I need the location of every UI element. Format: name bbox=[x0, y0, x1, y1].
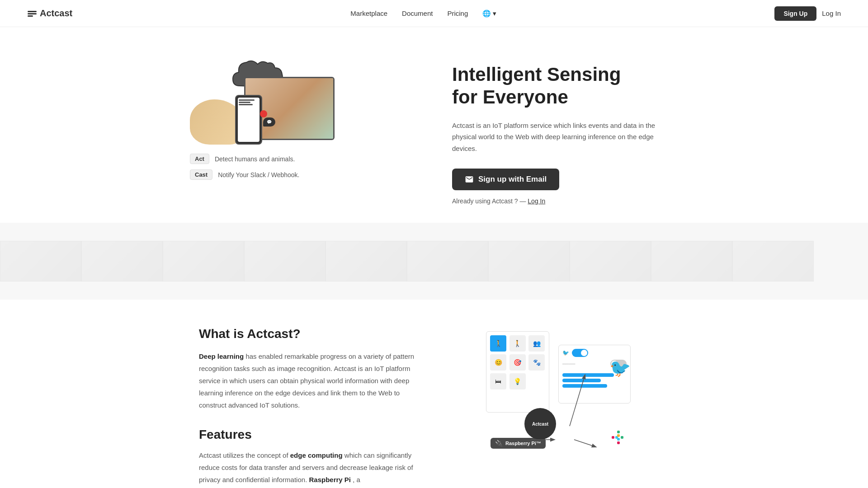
iot-icon-person: 🚶 bbox=[490, 335, 506, 352]
header: Actcast Marketplace Document Pricing 🌐 ▾… bbox=[0, 0, 868, 27]
raspberry-pi-bold: Raspberry Pi bbox=[309, 476, 351, 483]
features-body: Actcast utilizes the concept of edge com… bbox=[199, 449, 420, 486]
nav-marketplace[interactable]: Marketplace bbox=[350, 9, 387, 17]
header-login-button[interactable]: Log In bbox=[822, 9, 841, 17]
iot-icons-grid: 🚶 🚶 👥 😊 🎯 🐾 🛏 💡 bbox=[490, 335, 545, 389]
what-title: What is Actcast? bbox=[199, 327, 420, 341]
deep-learning-bold: Deep learning bbox=[199, 352, 244, 360]
twitter-bird-icon: 🐦 bbox=[609, 358, 631, 378]
hero-login-link[interactable]: Log In bbox=[528, 197, 545, 205]
svg-rect-0 bbox=[28, 11, 37, 12]
bg-grid-item bbox=[244, 241, 326, 282]
already-using-text: Already using Actcast ? — Log In bbox=[452, 197, 678, 205]
logo-text: Actcast bbox=[40, 8, 72, 19]
signup-email-label: Sign up with Email bbox=[478, 175, 547, 184]
slack-icon bbox=[611, 430, 626, 449]
pi-icon: 🔌 bbox=[495, 440, 503, 447]
twitter-label: 🐦 bbox=[562, 350, 569, 356]
what-text: What is Actcast? Deep learning has enabl… bbox=[199, 327, 420, 486]
svg-rect-9 bbox=[617, 441, 620, 444]
iot-control-row-1: 🐦 bbox=[562, 349, 627, 357]
phone-illustration bbox=[235, 95, 262, 145]
iot-icon-bed: 🛏 bbox=[490, 373, 506, 389]
hero-right: Intelligent Sensing for Everyone Actcast… bbox=[452, 54, 678, 205]
svg-rect-1 bbox=[28, 13, 37, 14]
svg-rect-6 bbox=[617, 431, 620, 433]
logo[interactable]: Actcast bbox=[27, 8, 72, 19]
pi-text: Raspberry Pi™ bbox=[505, 441, 541, 446]
svg-rect-7 bbox=[617, 434, 620, 437]
act-badge: Act bbox=[190, 154, 209, 164]
cast-badge: Cast bbox=[190, 169, 212, 180]
iot-toggle-1[interactable] bbox=[572, 349, 588, 357]
notification-dot bbox=[260, 110, 267, 117]
email-icon bbox=[465, 175, 474, 184]
svg-rect-2 bbox=[28, 15, 33, 17]
what-section: What is Actcast? Deep learning has enabl… bbox=[163, 300, 705, 488]
iot-icon-group: 👥 bbox=[528, 335, 545, 352]
bg-grid-item bbox=[0, 241, 81, 282]
iot-row-label-2: ──── bbox=[562, 361, 608, 366]
nav-document[interactable]: Document bbox=[402, 9, 433, 17]
signup-email-button[interactable]: Sign up with Email bbox=[452, 169, 559, 190]
header-signup-button[interactable]: Sign Up bbox=[774, 6, 816, 21]
hero-tags: Act Detect humans and animals. Cast Noti… bbox=[190, 154, 416, 180]
iot-bar-3 bbox=[562, 384, 607, 388]
bg-grid-item bbox=[488, 241, 570, 282]
cast-text: Notify Your Slack / Webhook. bbox=[218, 171, 299, 178]
hero-description: Actcast is an IoT platform service which… bbox=[452, 120, 678, 155]
bg-grid-item bbox=[163, 241, 244, 282]
hero-title: Intelligent Sensing for Everyone bbox=[452, 63, 678, 109]
globe-icon: 🌐 bbox=[482, 9, 491, 18]
header-actions: Sign Up Log In bbox=[774, 6, 841, 21]
phone-screen bbox=[238, 98, 259, 142]
hero-illustration: 💬 bbox=[190, 54, 335, 145]
iot-icon-paw: 🐾 bbox=[528, 354, 545, 371]
bg-grid bbox=[0, 241, 868, 282]
iot-icon-bulb: 💡 bbox=[509, 373, 526, 389]
main-nav: Marketplace Document Pricing 🌐 ▾ bbox=[350, 9, 496, 18]
raspberry-pi-label: 🔌 Raspberry Pi™ bbox=[491, 438, 546, 449]
lang-selector[interactable]: 🌐 ▾ bbox=[482, 9, 496, 18]
bg-grid-item bbox=[651, 241, 732, 282]
bg-grid-item bbox=[81, 241, 163, 282]
bg-grid-item bbox=[326, 241, 407, 282]
nav-pricing[interactable]: Pricing bbox=[447, 9, 468, 17]
actcast-circle-text: Actcast bbox=[532, 422, 548, 427]
hero-section: 💬 Act Detect humans and animals. Cast No… bbox=[0, 27, 868, 223]
bg-grid-item bbox=[407, 241, 488, 282]
iot-icon-smile: 😊 bbox=[490, 354, 506, 371]
tag-row-act: Act Detect humans and animals. bbox=[190, 154, 416, 164]
hero-left: 💬 Act Detect humans and animals. Cast No… bbox=[190, 54, 416, 180]
iot-icon-walk: 🚶 bbox=[509, 335, 526, 352]
svg-rect-10 bbox=[621, 436, 623, 439]
bg-grid-item bbox=[570, 241, 651, 282]
bg-grid-item bbox=[732, 241, 814, 282]
act-text: Detect humans and animals. bbox=[215, 155, 295, 163]
tag-row-cast: Cast Notify Your Slack / Webhook. bbox=[190, 169, 416, 180]
iot-bar-1 bbox=[562, 373, 614, 377]
iot-icon-target: 🎯 bbox=[509, 354, 526, 371]
svg-rect-4 bbox=[612, 436, 614, 439]
iot-diagram-wrap: 🚶 🚶 👥 😊 🎯 🐾 🛏 💡 🐦 bbox=[448, 327, 669, 449]
phone-content bbox=[238, 98, 259, 108]
features-title: Features bbox=[199, 427, 420, 442]
bg-grid-section bbox=[0, 223, 868, 300]
edge-computing-bold: edge computing bbox=[290, 451, 343, 459]
actcast-circle: Actcast bbox=[524, 408, 556, 440]
iot-bar-2 bbox=[562, 379, 601, 382]
what-body: Deep learning has enabled remarkable pro… bbox=[199, 350, 420, 411]
what-body-text: has enabled remarkable progress on a var… bbox=[199, 352, 414, 409]
logo-icon bbox=[27, 9, 37, 19]
svg-line-13 bbox=[574, 440, 594, 446]
lang-arrow-icon: ▾ bbox=[493, 9, 496, 18]
speech-bubble: 💬 bbox=[263, 117, 275, 127]
iot-icons-panel: 🚶 🚶 👥 😊 🎯 🐾 🛏 💡 bbox=[486, 331, 549, 413]
svg-rect-8 bbox=[617, 438, 620, 441]
iot-diagram: 🚶 🚶 👥 😊 🎯 🐾 🛏 💡 🐦 bbox=[486, 331, 631, 449]
